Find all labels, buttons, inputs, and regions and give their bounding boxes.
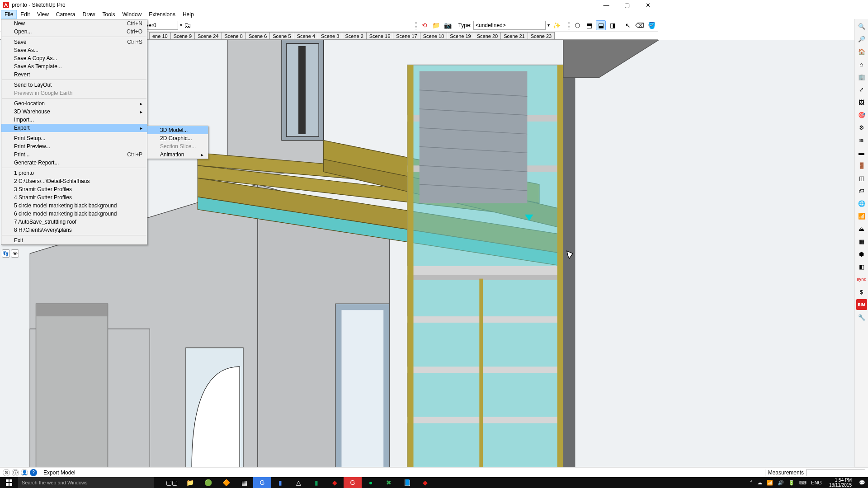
- camera-red-icon[interactable]: 📷: [443, 20, 453, 30]
- paint-icon[interactable]: 🪣: [646, 20, 656, 30]
- scene-tab[interactable]: Scene 19: [447, 32, 474, 39]
- layer-manager-icon[interactable]: 🗂: [184, 21, 191, 29]
- close-button[interactable]: ✕: [637, 0, 658, 10]
- eraser-icon[interactable]: ⌫: [635, 20, 645, 30]
- menu-file[interactable]: File: [1, 10, 17, 19]
- file-menu-item[interactable]: Generate Report...: [1, 159, 147, 167]
- file-menu-item[interactable]: SaveCtrl+S: [1, 38, 147, 46]
- file-menu-item[interactable]: 3D Warehouse▸: [1, 108, 147, 116]
- menu-item-label: Generate Report...: [14, 160, 59, 166]
- file-menu-item[interactable]: 5 circle model marketing black backgroun…: [1, 202, 147, 210]
- svg-rect-20: [407, 366, 563, 369]
- file-menu-item[interactable]: Print Setup...: [1, 134, 147, 142]
- export-submenu-item[interactable]: 2D Graphic...: [147, 134, 208, 142]
- file-menu-item[interactable]: Open...Ctrl+O: [1, 28, 147, 36]
- file-menu-item[interactable]: Print Preview...: [1, 142, 147, 150]
- file-menu-item[interactable]: Revert: [1, 70, 147, 79]
- svg-rect-23: [557, 65, 563, 369]
- folder-red-icon[interactable]: 📁: [431, 20, 441, 30]
- menu-item-label: Save: [14, 39, 26, 45]
- svg-rect-19: [407, 316, 563, 323]
- menu-separator: [2, 37, 146, 37]
- scene-tab[interactable]: Scene 20: [474, 32, 501, 39]
- file-menu-item[interactable]: NewCtrl+N: [1, 19, 147, 28]
- select-icon[interactable]: ↖: [623, 20, 633, 30]
- svg-rect-25: [563, 40, 576, 369]
- menu-view[interactable]: View: [33, 10, 52, 19]
- type-input[interactable]: [473, 21, 546, 30]
- window-title: pronto - SketchUp Pro: [12, 2, 66, 8]
- file-menu-item[interactable]: 7 AutoSave_struttting roof: [1, 218, 147, 226]
- scene-tab[interactable]: Scene 16: [366, 32, 393, 39]
- file-menu-item[interactable]: 2 C:\Users\...\Detail-Schlafhaus: [1, 177, 147, 185]
- file-menu-item[interactable]: Save As Template...: [1, 62, 147, 70]
- right-view-icon[interactable]: ◨: [608, 20, 618, 30]
- menu-item-label: 6 circle model marketing black backgroun…: [14, 211, 117, 217]
- eye-icon[interactable]: 👁: [11, 249, 19, 258]
- svg-rect-39: [341, 310, 383, 369]
- menu-edit[interactable]: Edit: [17, 10, 33, 19]
- svg-rect-18: [407, 275, 563, 280]
- menu-camera[interactable]: Camera: [52, 10, 79, 19]
- menu-separator: [2, 98, 146, 99]
- menu-bar: File Edit View Camera Draw Tools Window …: [0, 10, 658, 19]
- front-view-icon[interactable]: ⬓: [596, 20, 606, 30]
- footprints-icon[interactable]: 👣: [2, 249, 10, 258]
- menu-draw[interactable]: Draw: [79, 10, 99, 19]
- type-dropdown-icon[interactable]: ▾: [547, 23, 550, 28]
- menu-item-label: 1 pronto: [14, 170, 34, 176]
- submenu-arrow-icon: ▸: [140, 101, 142, 106]
- maximize-button[interactable]: ▢: [617, 0, 637, 10]
- scene-tab[interactable]: Scene 23: [528, 32, 555, 39]
- file-menu-item[interactable]: Send to LayOut: [1, 81, 147, 89]
- top-view-icon[interactable]: ⬒: [584, 20, 594, 30]
- file-menu-item[interactable]: Exit: [1, 236, 147, 244]
- scene-tab[interactable]: Scene 6: [245, 32, 270, 39]
- menu-separator: [2, 133, 146, 133]
- scene-tab[interactable]: Scene 21: [500, 32, 528, 39]
- scene-tab[interactable]: ene 10: [149, 32, 171, 39]
- menu-item-label: Exit: [14, 237, 23, 244]
- file-menu-item[interactable]: 4 Stramit Gutter Profiles: [1, 193, 147, 202]
- minimize-button[interactable]: —: [596, 0, 617, 10]
- scene-tab[interactable]: Scene 3: [318, 32, 342, 39]
- menu-extensions[interactable]: Extensions: [145, 10, 179, 19]
- scene-tab[interactable]: Scene 2: [342, 32, 366, 39]
- menu-tools[interactable]: Tools: [99, 10, 119, 19]
- record-icon[interactable]: ⟲: [420, 20, 429, 30]
- toolbar-grip[interactable]: [568, 21, 570, 30]
- export-submenu-item[interactable]: 3D Model...: [147, 126, 208, 134]
- layer-dropdown-icon[interactable]: ▾: [180, 23, 182, 28]
- toolbar-grip[interactable]: [415, 21, 417, 30]
- type-label: Type:: [458, 22, 472, 28]
- svg-rect-24: [479, 279, 483, 369]
- file-menu-item[interactable]: Export▸: [1, 124, 147, 132]
- file-menu-item[interactable]: Save A Copy As...: [1, 54, 147, 62]
- iso-icon[interactable]: ⬡: [572, 20, 582, 30]
- app-icon: [3, 2, 9, 8]
- export-submenu-item[interactable]: Animation▸: [147, 150, 208, 159]
- submenu-item-label: 3D Model...: [160, 127, 188, 133]
- scene-tab[interactable]: Scene 9: [170, 32, 195, 39]
- scene-tab[interactable]: Scene 17: [393, 32, 420, 39]
- file-menu-item[interactable]: Import...: [1, 116, 147, 124]
- menu-window[interactable]: Window: [119, 10, 146, 19]
- file-menu-item[interactable]: Geo-location▸: [1, 99, 147, 108]
- menu-shortcut: Ctrl+O: [127, 28, 142, 35]
- menu-item-label: 3D Warehouse: [14, 108, 50, 115]
- title-bar: pronto - SketchUp Pro — ▢ ✕: [0, 0, 658, 10]
- scene-tab[interactable]: Scene 5: [269, 32, 294, 39]
- file-menu-item[interactable]: 3 Stramit Gutter Profiles: [1, 185, 147, 193]
- file-menu-item[interactable]: 6 circle model marketing black backgroun…: [1, 210, 147, 218]
- scene-tab[interactable]: Scene 8: [222, 32, 246, 39]
- scene-tab[interactable]: Scene 18: [420, 32, 447, 39]
- submenu-item-label: Animation: [160, 151, 184, 158]
- scene-tab[interactable]: Scene 24: [194, 32, 222, 39]
- file-menu-item[interactable]: Save As...: [1, 46, 147, 54]
- file-menu-item[interactable]: Print...Ctrl+P: [1, 150, 147, 159]
- type-apply-icon[interactable]: ✨: [552, 20, 561, 30]
- file-menu-item[interactable]: 1 pronto: [1, 169, 147, 177]
- menu-help[interactable]: Help: [179, 10, 198, 19]
- scene-tab[interactable]: Scene 4: [294, 32, 318, 39]
- file-menu-item[interactable]: 8 R:\Clients\Avery\plans: [1, 226, 147, 234]
